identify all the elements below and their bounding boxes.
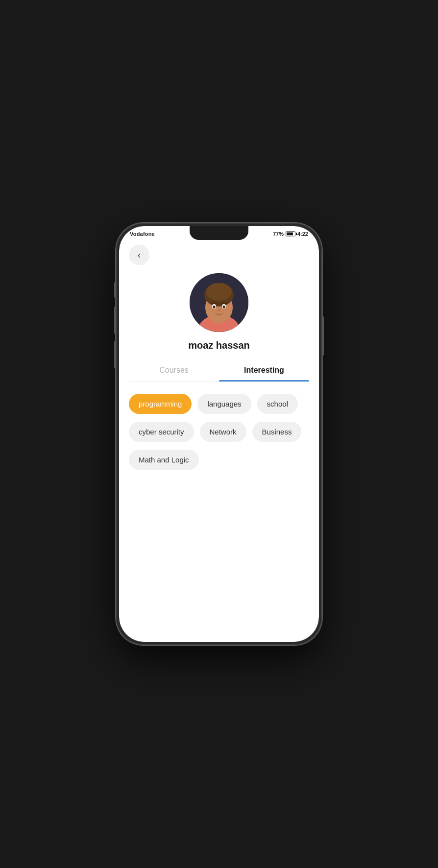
svg-point-9 bbox=[223, 306, 225, 308]
side-button-mute bbox=[114, 282, 116, 298]
tag-network-label: Network bbox=[210, 428, 237, 436]
tags-row-2: cyber security Network Business bbox=[129, 422, 309, 442]
side-button-power bbox=[322, 316, 324, 356]
avatar-section bbox=[119, 265, 319, 338]
svg-point-5 bbox=[206, 283, 232, 301]
battery-icon bbox=[286, 231, 295, 236]
back-button-area: ‹ bbox=[119, 239, 319, 265]
status-right-group: 77% 4:22 bbox=[273, 231, 308, 237]
battery-fill bbox=[287, 232, 293, 235]
phone-inner: Vodafone 77% 4:22 ‹ bbox=[119, 226, 319, 642]
tag-business-label: Business bbox=[262, 428, 292, 436]
tab-interesting-label: Interesting bbox=[244, 366, 284, 374]
svg-point-8 bbox=[213, 306, 216, 308]
avatar bbox=[190, 273, 248, 332]
app-content: ‹ bbox=[119, 239, 319, 642]
tag-network[interactable]: Network bbox=[200, 422, 246, 442]
tab-active-underline bbox=[219, 380, 309, 382]
carrier-text: Vodafone bbox=[130, 231, 155, 237]
tab-interesting[interactable]: Interesting bbox=[219, 361, 309, 382]
tag-cyber-security[interactable]: cyber security bbox=[129, 422, 194, 442]
avatar-image bbox=[190, 273, 248, 332]
user-name: moaz hassan bbox=[119, 338, 319, 361]
phone-screen: Vodafone 77% 4:22 ‹ bbox=[119, 226, 319, 642]
tab-courses-label: Courses bbox=[159, 366, 189, 374]
tab-courses[interactable]: Courses bbox=[129, 361, 219, 382]
tags-row-1: programming languages school bbox=[129, 394, 309, 414]
side-button-volume-down bbox=[114, 341, 116, 368]
tag-math-and-logic[interactable]: Math and Logic bbox=[129, 450, 199, 470]
back-button[interactable]: ‹ bbox=[129, 245, 149, 265]
tags-section: programming languages school cyber secur… bbox=[119, 382, 319, 489]
tag-languages[interactable]: languages bbox=[197, 394, 251, 414]
tags-row-3: Math and Logic bbox=[129, 450, 309, 470]
tabs-container: Courses Interesting bbox=[129, 361, 309, 382]
tag-school[interactable]: school bbox=[257, 394, 298, 414]
tag-programming-label: programming bbox=[139, 400, 182, 408]
battery-percent-text: 77% bbox=[273, 231, 284, 237]
time-text: 4:22 bbox=[297, 231, 308, 237]
tag-school-label: school bbox=[267, 400, 288, 408]
phone-frame: Vodafone 77% 4:22 ‹ bbox=[116, 223, 322, 645]
side-button-volume-up bbox=[114, 306, 116, 334]
tag-programming[interactable]: programming bbox=[129, 394, 192, 414]
tag-math-and-logic-label: Math and Logic bbox=[139, 456, 189, 464]
svg-point-10 bbox=[218, 309, 220, 311]
tag-languages-label: languages bbox=[207, 400, 241, 408]
notch bbox=[190, 226, 248, 240]
tag-cyber-security-label: cyber security bbox=[139, 428, 184, 436]
back-arrow-icon: ‹ bbox=[138, 251, 141, 259]
tag-business[interactable]: Business bbox=[252, 422, 302, 442]
